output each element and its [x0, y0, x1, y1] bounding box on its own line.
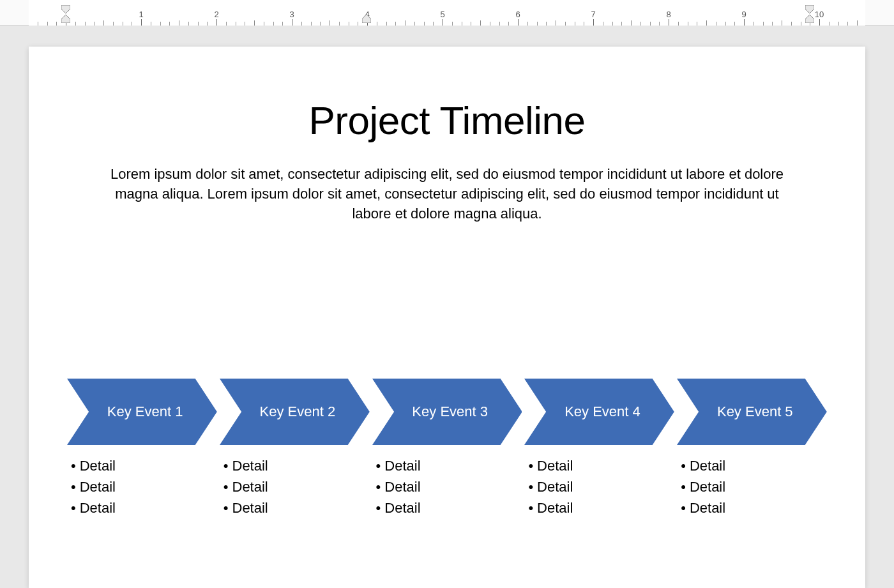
bullet-icon: •: [376, 479, 381, 495]
horizontal-ruler[interactable]: 12345678910: [29, 0, 865, 26]
bullet-icon: •: [376, 500, 381, 516]
ruler-label: 6: [515, 10, 520, 19]
ruler-label: 2: [214, 10, 218, 19]
ruler-indent-marker-right[interactable]: [805, 5, 814, 26]
detail-text: Detail: [537, 479, 573, 495]
detail-text: Detail: [537, 500, 573, 516]
ruler-label: 8: [666, 10, 670, 19]
detail-text: Detail: [80, 458, 116, 474]
bullet-icon: •: [224, 458, 229, 474]
timeline-event[interactable]: Key Event 2•Detail•Detail•Detail: [220, 379, 370, 518]
timeline-chevron[interactable]: Key Event 2: [220, 379, 370, 445]
detail-item[interactable]: •Detail: [528, 455, 674, 476]
detail-text: Detail: [384, 500, 420, 516]
timeline-smartart[interactable]: Key Event 1•Detail•Detail•DetailKey Even…: [67, 379, 827, 518]
detail-item[interactable]: •Detail: [224, 455, 370, 476]
timeline-event-details[interactable]: •Detail•Detail•Detail: [681, 455, 827, 518]
timeline-event[interactable]: Key Event 1•Detail•Detail•Detail: [67, 379, 217, 518]
detail-item[interactable]: •Detail: [71, 476, 217, 497]
ruler-label: 9: [741, 10, 746, 19]
bullet-icon: •: [71, 458, 76, 474]
timeline-event-details[interactable]: •Detail•Detail•Detail: [224, 455, 370, 518]
bullet-icon: •: [681, 500, 686, 516]
timeline-event-label: Key Event 4: [564, 403, 640, 420]
bullet-icon: •: [71, 500, 76, 516]
timeline-event[interactable]: Key Event 3•Detail•Detail•Detail: [372, 379, 522, 518]
timeline-event-details[interactable]: •Detail•Detail•Detail: [376, 455, 522, 518]
ruler-label: 10: [815, 10, 824, 19]
ruler-indent-marker-left[interactable]: [61, 5, 70, 23]
timeline-event[interactable]: Key Event 5•Detail•Detail•Detail: [677, 379, 827, 518]
bullet-icon: •: [681, 479, 686, 495]
timeline-event-label: Key Event 2: [260, 403, 336, 420]
detail-text: Detail: [690, 500, 725, 516]
timeline-chevron[interactable]: Key Event 4: [524, 379, 674, 445]
timeline-chevron[interactable]: Key Event 5: [677, 379, 827, 445]
detail-item[interactable]: •Detail: [681, 455, 827, 476]
detail-item[interactable]: •Detail: [681, 497, 827, 518]
timeline-event-details[interactable]: •Detail•Detail•Detail: [528, 455, 674, 518]
ruler-label: 3: [289, 10, 294, 19]
detail-text: Detail: [232, 479, 268, 495]
detail-item[interactable]: •Detail: [376, 476, 522, 497]
bullet-icon: •: [71, 479, 76, 495]
bullet-icon: •: [528, 479, 533, 495]
detail-text: Detail: [537, 458, 573, 474]
bullet-icon: •: [224, 500, 229, 516]
detail-text: Detail: [80, 479, 116, 495]
timeline-event-label: Key Event 1: [107, 403, 183, 420]
ruler-label: 1: [139, 10, 143, 19]
detail-item[interactable]: •Detail: [681, 476, 827, 497]
document-page[interactable]: Project Timeline Lorem ipsum dolor sit a…: [29, 47, 865, 588]
detail-text: Detail: [232, 500, 268, 516]
timeline-event-label: Key Event 3: [412, 403, 488, 420]
detail-item[interactable]: •Detail: [71, 497, 217, 518]
detail-text: Detail: [232, 458, 268, 474]
detail-item[interactable]: •Detail: [71, 455, 217, 476]
ruler-container: 12345678910: [0, 0, 894, 26]
detail-item[interactable]: •Detail: [224, 476, 370, 497]
page-content: Project Timeline Lorem ipsum dolor sit a…: [29, 47, 865, 588]
detail-text: Detail: [384, 479, 420, 495]
timeline-chevron[interactable]: Key Event 3: [372, 379, 522, 445]
ruler-tab-marker[interactable]: [362, 14, 371, 26]
timeline-event[interactable]: Key Event 4•Detail•Detail•Detail: [524, 379, 674, 518]
detail-item[interactable]: •Detail: [528, 497, 674, 518]
detail-text: Detail: [690, 458, 725, 474]
timeline-event-details[interactable]: •Detail•Detail•Detail: [71, 455, 217, 518]
detail-text: Detail: [384, 458, 420, 474]
page-description[interactable]: Lorem ipsum dolor sit amet, consectetur …: [96, 165, 798, 223]
detail-item[interactable]: •Detail: [376, 455, 522, 476]
bullet-icon: •: [224, 479, 229, 495]
bullet-icon: •: [376, 458, 381, 474]
page-title[interactable]: Project Timeline: [67, 98, 827, 143]
ruler-label: 7: [591, 10, 595, 19]
bullet-icon: •: [528, 458, 533, 474]
timeline-event-label: Key Event 5: [717, 403, 793, 420]
ruler-label: 5: [440, 10, 444, 19]
detail-item[interactable]: •Detail: [224, 497, 370, 518]
detail-item[interactable]: •Detail: [376, 497, 522, 518]
timeline-chevron[interactable]: Key Event 1: [67, 379, 217, 445]
detail-text: Detail: [80, 500, 116, 516]
bullet-icon: •: [681, 458, 686, 474]
detail-item[interactable]: •Detail: [528, 476, 674, 497]
bullet-icon: •: [528, 500, 533, 516]
detail-text: Detail: [690, 479, 725, 495]
